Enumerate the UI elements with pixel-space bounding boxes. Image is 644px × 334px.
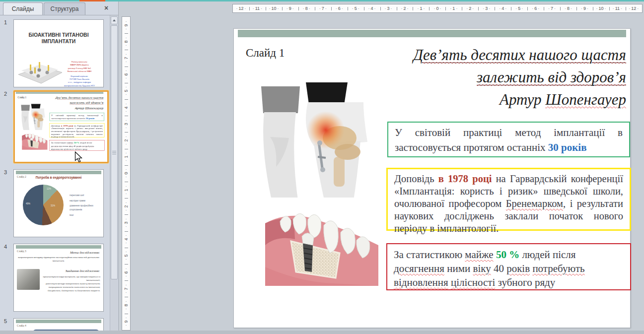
red-box-sq5: потребують xyxy=(532,263,584,274)
slide-top-band xyxy=(238,30,626,37)
quote-text-box[interactable]: Дев’ять десятих нашого щастя залежить ві… xyxy=(41,95,103,110)
yellow-box-text: Доповідь xyxy=(51,125,61,127)
thumb1-credits: Роботу виконала:МАВРОВИЧ Даринаучениця 9… xyxy=(58,61,101,87)
slide-thumbnail-1[interactable]: БІОАКТИВНІ ТИТАНОВІ ІМПЛАНТАТИ Роботу ви… xyxy=(13,19,104,87)
pie-label-tan: 31% xyxy=(51,204,55,207)
thumb4-band xyxy=(16,245,102,249)
scroll-up-arrow-icon[interactable] xyxy=(111,16,118,24)
slide-top-band xyxy=(16,92,103,93)
thumb4-heading2: Завдання дослідження: xyxy=(65,269,100,273)
thumb3-band xyxy=(16,171,102,174)
red-box-sq1: майже xyxy=(465,249,493,261)
red-box-text2: людей після xyxy=(519,249,575,261)
thumb4-body: запропонувати методику підвищення експлу… xyxy=(17,256,100,263)
yellow-text-box[interactable]: Доповідь в 1978 році на Гарвардській кон… xyxy=(386,168,631,231)
thumb-number-3: 3 xyxy=(4,169,11,175)
red-text-box[interactable]: За статистикою майже 50 % людей після до… xyxy=(49,140,104,150)
pie-label-blue: 49% xyxy=(26,202,30,205)
slide-label[interactable]: Слайд 1 xyxy=(246,47,285,60)
green-box-highlight: 30 років xyxy=(86,117,95,120)
knee-anatomy-image[interactable] xyxy=(18,104,47,132)
thumb3-chart-title: Потреба в ендопротезуванні xyxy=(32,176,85,179)
red-box-text: За статистикою xyxy=(394,249,465,261)
quote-author-name: Шопенгауер xyxy=(85,106,104,110)
red-box-sq2: досягнення xyxy=(51,144,63,147)
quote-author-pre: Артур xyxy=(75,106,85,110)
thumb3-label: Слайд 2 xyxy=(17,175,26,178)
red-box-text3: ними xyxy=(63,144,69,147)
thumb4-label: Слайд 3 xyxy=(17,250,26,253)
red-box-sq7: цілісності xyxy=(64,148,74,150)
red-box-highlight: 50 % xyxy=(496,249,519,261)
red-box-sq6: відновлення xyxy=(394,276,448,288)
panel-tabs: Слайды Структура × xyxy=(0,1,118,15)
yellow-box-highlight: в 1978 році xyxy=(438,173,492,184)
slide-canvas: Слайд 1 Дев’ять десятих нашого щастя зал… xyxy=(233,28,631,328)
green-box-highlight: 30 років xyxy=(548,141,587,153)
thumb3-pie-chart: 49% 31% 12% xyxy=(23,185,64,225)
slide-label[interactable]: Слайд 1 xyxy=(17,96,26,99)
quote-author-pre: Артур xyxy=(500,91,545,108)
slides-panel: Слайды Структура × 1 2 3 4 5 БІОАКТИВНІ … xyxy=(0,1,119,334)
tab-outline[interactable]: Структура xyxy=(44,2,85,15)
red-box-highlight: 50 % xyxy=(74,141,79,144)
slide-thumbnail-4[interactable]: Слайд 3 Мета дослідження: запропонувати … xyxy=(13,244,104,312)
knee-anatomy-image[interactable] xyxy=(250,82,375,207)
quote-author-name: Шопенгауер xyxy=(545,91,626,108)
green-box-text: У світовій практиці метод імплантації в … xyxy=(395,127,623,153)
quote-line2: залежить від здоров’я xyxy=(70,101,103,105)
green-text-box[interactable]: У світовій практиці метод імплантації в … xyxy=(50,113,104,121)
red-box-sq7: цілісності xyxy=(451,276,495,288)
red-text-box[interactable]: За статистикою майже 50 % людей після до… xyxy=(386,243,631,290)
red-box-sq3: віку xyxy=(69,144,73,147)
thumb4-photo xyxy=(17,269,40,290)
thumb3-legend: переломи шиїнаслідки травмураження профе… xyxy=(70,194,100,218)
panel-scrollbar-thumb[interactable] xyxy=(111,25,118,279)
red-box-text2: людей після xyxy=(79,141,92,144)
thumb1-implant-plate-image xyxy=(16,58,64,85)
red-box-sq1: майже xyxy=(67,141,73,144)
red-box-text8: зубного ряду xyxy=(74,148,87,150)
thumb5-band xyxy=(16,320,102,323)
thumb4-task-list: проаналізувати види матеріалів, що викор… xyxy=(42,275,100,292)
red-box-sq3: віку xyxy=(473,263,491,274)
quote-line1: Дев’ять десятих нашого щастя xyxy=(56,96,104,100)
dental-implant-image[interactable] xyxy=(22,130,47,150)
green-box-text: У світовій практиці метод імплантації в … xyxy=(51,114,103,120)
red-box-sq4: років xyxy=(506,263,530,274)
scrollbar-grip-icon xyxy=(112,151,116,154)
thumb-number-5: 5 xyxy=(4,318,11,324)
slide-canvas: Слайд 1 Дев’ять десятих нашого щастя зал… xyxy=(15,92,104,159)
red-box-text4: 40 xyxy=(73,144,76,147)
yellow-box-name: Бренемарком xyxy=(76,130,89,133)
window-bottom-edge xyxy=(0,331,644,334)
horizontal-ruler: 1211109876543210123456789101112 xyxy=(232,4,643,13)
dental-implant-image[interactable] xyxy=(265,198,378,286)
thumb-number-2: 2 xyxy=(4,91,11,97)
close-panel-icon[interactable]: × xyxy=(101,3,111,13)
red-box-sq6: відновлення xyxy=(51,148,64,150)
quote-text-box[interactable]: Дев’ять десятих нашого щастя залежить ві… xyxy=(348,44,626,111)
green-text-box[interactable]: У світовій практиці метод імплантації в … xyxy=(387,122,630,157)
red-box-sq5: потребують xyxy=(82,144,94,147)
thumb-number-4: 4 xyxy=(4,244,11,250)
red-box-sq4: років xyxy=(76,144,82,147)
yellow-box-text: Доповідь xyxy=(394,173,438,184)
application-window: Слайды Структура × 1 2 3 4 5 БІОАКТИВНІ … xyxy=(0,0,644,334)
yellow-box-highlight: в 1978 році xyxy=(61,125,73,127)
thumb4-heading1: Мета дослідження: xyxy=(70,251,100,255)
slide-thumbnail-2-selected[interactable]: Слайд 1 Дев’ять десятих нашого щастя зал… xyxy=(13,90,109,163)
red-box-text3: ними xyxy=(444,263,473,274)
mouse-cursor-icon xyxy=(74,151,83,163)
tab-slides[interactable]: Слайды xyxy=(3,2,43,15)
thumb1-title: БІОАКТИВНІ ТИТАНОВІ ІМПЛАНТАТИ xyxy=(27,32,90,45)
red-box-text8: зубного ряду xyxy=(495,276,555,288)
pie-label-green: 12% xyxy=(47,188,51,190)
red-box-text4: 40 xyxy=(491,263,507,274)
slide-thumbnail-3[interactable]: Слайд 2 Потреба в ендопротезуванні 49% 3… xyxy=(13,169,104,237)
red-box-text: За статистикою xyxy=(51,141,67,144)
red-box-sq2: досягнення xyxy=(394,263,444,274)
panel-scrollbar[interactable] xyxy=(110,15,118,334)
quote-line1: Дев’ять десятих нашого щастя xyxy=(413,46,626,64)
yellow-text-box[interactable]: Доповідь в 1978 році на Гарвардській кон… xyxy=(49,123,104,137)
